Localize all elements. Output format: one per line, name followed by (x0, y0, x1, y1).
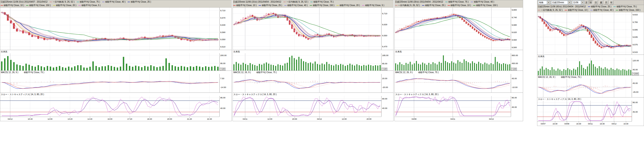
macd-axis-label: -10.00 (511, 86, 518, 88)
stoch-axis-label: 40.00 (382, 107, 387, 109)
macd-line (234, 80, 380, 89)
price-chart[interactable] (0, 8, 220, 50)
time-axis: 04/0716:3004/0816:3004/1116:3004/1216:30 (537, 122, 632, 126)
legend-swatch (614, 6, 616, 7)
ma-line-MA75 (538, 16, 631, 46)
time-axis-label: 04/11 (450, 118, 455, 120)
stoch-axis-label: 95.00 (220, 96, 226, 99)
legend-label: 移動平均( Close, 5 ) (82, 4, 101, 7)
volume-axis-label: 120.00 (632, 60, 639, 62)
volume-chart[interactable] (395, 53, 511, 70)
toolbar-select-2[interactable]: 日経225mini▼ (551, 1, 571, 4)
interval-button[interactable]: 週 (599, 1, 603, 4)
panel-header: 日経225mini 11/06 (30分) 2011/04/04 - 2011/… (395, 0, 523, 8)
time-axis-label: 12:00 (268, 118, 272, 120)
volume-chart[interactable] (537, 58, 632, 75)
legend-label: 移動平均( Close, 25 ) (591, 5, 611, 8)
legend-item: 移動平均( Close, 20 ) (53, 4, 76, 7)
volume-unit-toggle[interactable]: ×100 (220, 68, 226, 70)
macd-section-label: MACD( 12, 26, 9 )移動平均( Close, 75 ) (0, 70, 232, 74)
time-tick (110, 117, 110, 118)
panel-header: 日経225mini 11/06 (5分) 2011/04/07 - 2011/0… (0, 0, 232, 8)
time-axis-label: 18:40 (147, 118, 152, 120)
legend-swatch (588, 6, 590, 7)
volume-unit-toggle[interactable]: ×100 (511, 68, 517, 70)
legend-swatch (284, 2, 286, 2)
interval-button[interactable]: 日 (594, 1, 598, 4)
volume-unit-toggle[interactable]: ×100 (382, 68, 387, 70)
macd-chart[interactable] (233, 74, 381, 92)
legend-item: 移動平均( Close, 75 ) (310, 0, 334, 4)
price-chart[interactable] (395, 8, 511, 50)
macd-axis-label: -20.00 (382, 86, 388, 88)
legend-label: 移動平均( Close, 10 ) (568, 9, 588, 12)
time-axis-label: 04/12 (8, 118, 13, 120)
combo-value: 先物 (539, 1, 543, 4)
time-axis-label: 04/11 (243, 118, 248, 120)
interval-button[interactable]: 分 (588, 1, 593, 4)
macd-chart[interactable] (395, 74, 511, 92)
legend-label: 移動平均( Close, 75 ) (314, 0, 334, 4)
time-tick (344, 117, 344, 118)
volume-chart[interactable] (0, 53, 220, 70)
stochastics-chart[interactable] (233, 96, 381, 117)
stochastics-chart[interactable] (0, 96, 220, 117)
macd-chart[interactable] (0, 74, 220, 92)
stoch-axis-label: 40.00 (220, 107, 226, 109)
macd-axis-label: 45.00 (511, 78, 517, 80)
volume-chart[interactable] (233, 53, 381, 70)
time-tick (50, 117, 50, 118)
toolbar-select-3[interactable]: 11/06▼ (572, 1, 584, 4)
legend-item: 移動平均( Close, 150 ) (616, 9, 640, 12)
legend-label: 一目均衡表( 9, 26, 52 ) (52, 0, 74, 4)
legend-swatch (310, 5, 312, 6)
time-axis-label: 17:20 (128, 118, 132, 120)
legend-item: 移動平均( Close, 40 ) (590, 9, 614, 12)
time-axis-label: 10:40 (28, 118, 33, 120)
time-tick (369, 117, 369, 118)
stoch-axis-label: 95.00 (511, 96, 517, 99)
legend-item: 移動平均( Close, 75 ) (614, 5, 637, 8)
macd-axis-label: -14.50 (220, 86, 226, 88)
price-axis-label: 9,575 (632, 44, 638, 46)
volume-axis-label: 950.00 (511, 54, 518, 56)
time-tick (453, 117, 453, 118)
legend-label: 一目均衡表( 9, 26, 52 ) (398, 4, 420, 7)
time-tick (414, 117, 414, 118)
time-axis-label: 04/12 (612, 123, 617, 125)
legend-label: 移動平均( Close, 150 ) (619, 9, 640, 12)
stochastics-chart[interactable] (537, 101, 632, 122)
legend-swatch (53, 5, 56, 6)
legend-swatch (233, 5, 236, 6)
toolbar-select-1[interactable]: 先物▼ (538, 1, 550, 4)
time-tick (30, 117, 30, 118)
macd-chart[interactable] (537, 79, 632, 97)
time-axis-label: 16:30 (576, 123, 581, 125)
price-axis-label: 9,670 (220, 17, 226, 19)
time-tick (590, 122, 590, 122)
legend-swatch (448, 5, 450, 6)
legend-swatch (471, 2, 473, 2)
legend-label: 移動平均( Close, 5 ) (365, 4, 384, 7)
price-axis-label: 9,550 (220, 38, 226, 40)
time-tick (614, 122, 614, 122)
legend-item: 一目均衡表( 9, 26, 52 ) (395, 4, 420, 7)
interval-button[interactable]: 年 (609, 1, 614, 4)
legend-swatch (362, 5, 364, 6)
legend-label: 移動平均( Close, 25 ) (425, 4, 445, 7)
legend-item: 移動平均( Close, 5 ) (78, 4, 101, 7)
volume-axis-label: 185.00 (382, 54, 388, 56)
legend-label: 移動平均( Close, 75 ) (616, 5, 637, 8)
price-chart[interactable] (233, 8, 381, 50)
volume-unit-toggle[interactable]: ×1000 (632, 72, 639, 75)
price-axis-label: 9,500 (511, 46, 517, 48)
legend-item: 一目均衡表( 9, 26, 52 ) (50, 0, 74, 4)
price-chart[interactable] (537, 12, 632, 54)
macd-signal-line (538, 85, 631, 94)
stochastics-chart[interactable] (395, 96, 511, 117)
interval-button[interactable]: 月 (604, 1, 608, 4)
legend-label: 移動平均( Close, 25 ) (130, 0, 151, 4)
macd-line (538, 85, 631, 94)
time-axis-label: 20:00 (292, 118, 297, 120)
macd-section-label: MACD( 12, 26, 9 )移動平均( Close, 75 ) (233, 70, 394, 74)
